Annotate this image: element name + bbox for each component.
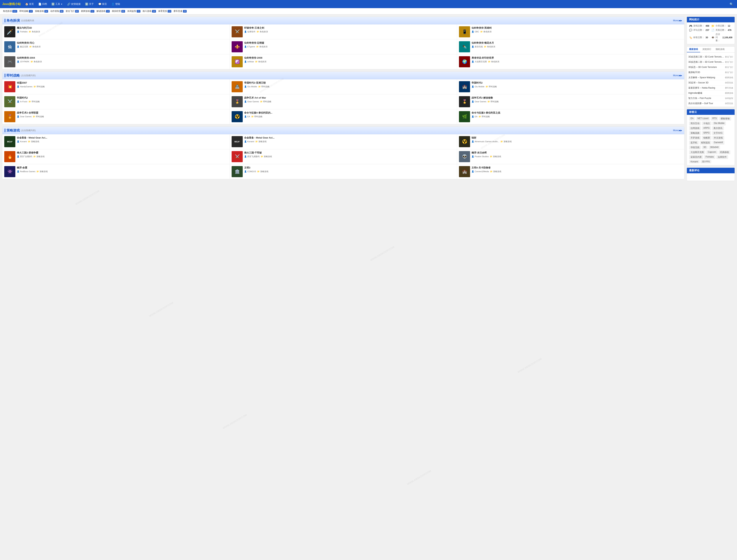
tag-item[interactable]: 横板卷轴 bbox=[719, 117, 731, 121]
game-card[interactable]: ☢️ 命令与征服4-泰伯利亚的... 👤 EA 📁 即时战略 bbox=[230, 109, 457, 124]
tag-item[interactable]: Fishlabs bbox=[704, 155, 715, 159]
nav-message[interactable]: 💬 留言 bbox=[96, 0, 109, 8]
cat-strategy[interactable]: 策略游戏 34 bbox=[34, 9, 49, 13]
tag-item[interactable]: 策略战旗 bbox=[689, 131, 701, 135]
cat-rpg[interactable]: 角色扮演 121 bbox=[2, 9, 18, 13]
tag-item[interactable]: 诺基亚内置 bbox=[689, 155, 703, 159]
game-card[interactable]: 🏰 帝国时代3 👤 Glu Mobile 📁 即时战略 bbox=[457, 79, 684, 94]
search-button[interactable]: 🔍 bbox=[728, 2, 735, 6]
game-card[interactable]: 🗡️ 魔法与利刃3D 👤 Fishlabs 📁 角色扮演 bbox=[2, 24, 230, 39]
game-card[interactable]: 👾 幽浮-余震 👤 RedBoss Games 📁 策略游戏 bbox=[2, 164, 230, 179]
section-strategy-subtitle[interactable]: (点击隐藏列表) bbox=[21, 129, 36, 132]
tag-item[interactable]: 华线无线 bbox=[689, 146, 701, 149]
side-game-name[interactable]: 3D足球 – Soccer 3D bbox=[688, 81, 724, 84]
side-game-name[interactable]: 3D反恐 – 3D Contr Terrorism bbox=[688, 66, 724, 69]
side-game-name[interactable]: 3D反恐第三部 – 3D Contr Terrorism Episod... bbox=[688, 55, 724, 58]
tag-item[interactable]: EA bbox=[689, 117, 695, 121]
cat-puzzle[interactable]: 解谜游戏 13 bbox=[96, 9, 110, 13]
tag-item[interactable]: Glu Mobile bbox=[712, 122, 726, 125]
tag-item[interactable]: ARPG bbox=[702, 126, 711, 130]
cat-casual[interactable]: 休闲益智 21 bbox=[127, 9, 141, 13]
tag-item[interactable]: 斗地主 bbox=[702, 122, 711, 125]
tab-popular[interactable]: 浏览排行 bbox=[700, 47, 714, 52]
game-card[interactable]: 🎮 仙剑奇侠传-2004 👤 JOYPARK 📁 角色扮演 bbox=[2, 54, 230, 69]
tag-item[interactable]: Konami bbox=[689, 160, 700, 163]
tag-item[interactable]: 蓝牙机 bbox=[689, 141, 699, 145]
tab-random[interactable]: 随机游戏 bbox=[714, 47, 727, 52]
tag-item[interactable]: 拉闸游戏 bbox=[689, 126, 701, 130]
nav-home[interactable]: 🏠 首页 bbox=[23, 0, 36, 8]
game-card[interactable]: ⚔️ 帝国时代2 👤 In-Fusio 📁 即时战略 bbox=[2, 94, 230, 109]
tag-item[interactable]: 3D bbox=[702, 146, 708, 149]
list-item[interactable]: 智力方块 – Fish Puzzle 休闲益智 bbox=[688, 96, 733, 101]
section-rts-subtitle[interactable]: (点击隐藏列表) bbox=[21, 74, 36, 77]
game-card[interactable]: 💥 动荡2087 👤 HandyGames 📁 即时战略 bbox=[2, 79, 230, 94]
game-card[interactable]: ☢️ 辐射 👤 Almemusic Games studio... 📁 策略游戏 bbox=[457, 134, 684, 149]
cat-racing[interactable]: 赛车竞速 25 bbox=[173, 9, 187, 13]
game-card[interactable]: ⚔️ 轩辕传奇-王者之剑 👤 仙掌软件 📁 角色扮演 bbox=[230, 24, 457, 39]
list-item[interactable]: 3D足球 – Soccer 3D 体育竞技 bbox=[688, 80, 733, 85]
list-item[interactable]: 高尔夫巡回赛 – Golf Tour 体育竞技 bbox=[688, 101, 733, 106]
game-card[interactable]: MGA² 合金装备 - Metal Gear Aci... 👤 Konami 📁… bbox=[2, 134, 230, 149]
tag-item[interactable]: Gameloft bbox=[712, 141, 724, 145]
section-rpg-subtitle[interactable]: 点击隐藏列表 bbox=[21, 19, 34, 22]
section-strategy-more[interactable]: More ▶▶ bbox=[673, 129, 682, 132]
game-card[interactable]: 🔥 烽火三国2-群雄争霸 👤 西安飞虎数码 📁 策略游戏 bbox=[2, 149, 230, 164]
game-card[interactable]: ✒️ 仙剑奇侠传-镜花水月 👤 新浪无线 📁 角色扮演 bbox=[457, 39, 684, 54]
tag-item[interactable]: 360x640 bbox=[709, 146, 720, 149]
list-item[interactable]: 太空麻将 – Space Mahjong 棋牌游戏 bbox=[688, 75, 733, 80]
tag-item[interactable]: 大连斯芬克斯 bbox=[689, 150, 705, 154]
tag-item[interactable]: 奥尔资讯 bbox=[712, 126, 724, 130]
tag-item[interactable]: RTS bbox=[711, 117, 718, 121]
game-card[interactable]: ⚜️ 仙剑奇侠传-忘情篇 👤 ETgame 📁 角色扮演 bbox=[230, 39, 457, 54]
game-card[interactable]: 🏯 帝国时代3-亚洲王朝 👤 Glu Mobile 📁 即时战略 bbox=[230, 79, 457, 94]
side-game-name[interactable]: Highroller赌城 bbox=[688, 92, 724, 95]
cat-fight[interactable]: 格斗游戏 16 bbox=[142, 9, 157, 13]
tag-item[interactable]: 哈酷那 bbox=[702, 136, 711, 140]
section-rts-more[interactable]: More ▶▶ bbox=[673, 74, 682, 77]
cat-chess[interactable]: 棋牌游戏 12 bbox=[80, 9, 95, 13]
game-card[interactable]: 📱 仙剑奇侠传-英雄剑 👤 GBC 📁 角色扮演 bbox=[457, 24, 684, 39]
list-item[interactable]: 3D反恐第三部 – 3D Contr Terrorism Episod... 射… bbox=[688, 54, 733, 60]
nav-links[interactable]: 🔗 友情链接 bbox=[65, 0, 83, 8]
tag-item[interactable]: 经典移植 bbox=[719, 150, 730, 154]
tag-item[interactable]: 外文游戏 bbox=[712, 136, 724, 140]
cat-action[interactable]: 动作冒险 86 bbox=[50, 9, 64, 13]
game-card[interactable]: 👽 幽浮-末日余晖 👤 Pixalon Studios 📁 策略游戏 bbox=[457, 149, 684, 164]
game-card[interactable]: ⚔️ 烽火三国-千军破 👤 西安飞虎数码 📁 策略游戏 bbox=[230, 149, 457, 164]
side-game-name[interactable]: 诺基亚赛车 – Nokia Racing bbox=[688, 86, 724, 90]
list-item[interactable]: 3D反恐 – 3D Contr Terrorism 射击飞行 bbox=[688, 65, 733, 70]
side-game-name[interactable]: 孤胆枪手3D bbox=[688, 71, 724, 74]
tag-item[interactable]: 开罗游戏 bbox=[689, 136, 701, 140]
game-card[interactable]: 🎖️ 战争艺术 Art of War 👤 Gear Games 📁 即时战略 bbox=[230, 94, 457, 109]
tag-item[interactable]: NET Lizard bbox=[696, 117, 710, 121]
game-card[interactable]: 🎖️ 战争艺术2-解放秘鲁 👤 Gear Games 📁 即时战略 bbox=[457, 94, 684, 109]
list-item[interactable]: Highroller赌城 棋牌游戏 bbox=[688, 91, 733, 96]
nav-login[interactable]: 👤 登陆 bbox=[110, 0, 122, 8]
tag-item[interactable]: SRPG bbox=[702, 131, 711, 135]
site-logo[interactable]: Java游戏小站 bbox=[2, 2, 21, 6]
list-item[interactable]: 诺基亚赛车 – Nokia Racing 赛车竞速 bbox=[688, 85, 733, 91]
game-card[interactable]: MGA² 合金装备 - Metal Gear Aci... 👤 Konami 📁… bbox=[230, 134, 457, 149]
tag-item[interactable]: 仙掌软件 bbox=[716, 155, 728, 159]
side-game-name[interactable]: 3D反恐第二部 – 3D Contr Terrorism: Episo... bbox=[688, 60, 724, 64]
tag-item[interactable]: 粗制滥造 bbox=[700, 141, 711, 145]
list-item[interactable]: 孤胆枪手3D 射击飞行 bbox=[688, 70, 733, 75]
nav-about[interactable]: ℹ️ 关于 bbox=[83, 0, 96, 8]
tag-item[interactable]: 简乐互动 bbox=[689, 122, 701, 125]
side-game-name[interactable]: 太空麻将 – Space Mahjong bbox=[688, 76, 724, 79]
tag-item[interactable]: 3D FPS bbox=[701, 160, 711, 163]
nav-archive[interactable]: 📄 归档 bbox=[36, 0, 49, 8]
game-card[interactable]: 🏛️ 文明3 👤 COM2US 📁 策略游戏 bbox=[230, 164, 457, 179]
section-rpg-more[interactable]: More ▶▶ bbox=[673, 19, 682, 22]
cat-sports[interactable]: 体育竞技 13 bbox=[157, 9, 172, 13]
cat-rts[interactable]: 即时战略 13 bbox=[19, 9, 33, 13]
game-card[interactable]: 🌿 命令与征服3-泰伯利亚之战 👤 EA 📁 即时战略 bbox=[457, 109, 684, 124]
game-card[interactable]: ☯️ 仙剑奇侠传-2008 👤 softstar 📁 角色扮演 bbox=[230, 54, 457, 69]
list-item[interactable]: 3D反恐第二部 – 3D Contr Terrorism: Episo... 射… bbox=[688, 60, 733, 65]
tag-item[interactable]: 文字AVG bbox=[712, 131, 724, 135]
side-game-name[interactable]: 智力方块 – Fish Puzzle bbox=[688, 97, 724, 100]
game-card[interactable]: 仙 仙剑奇侠传-问心 👤 极品无限 📁 角色扮演 bbox=[2, 39, 230, 54]
cat-shoot[interactable]: 射击飞行 60 bbox=[65, 9, 80, 13]
side-game-name[interactable]: 高尔夫巡回赛 – Golf Tour bbox=[688, 102, 724, 105]
